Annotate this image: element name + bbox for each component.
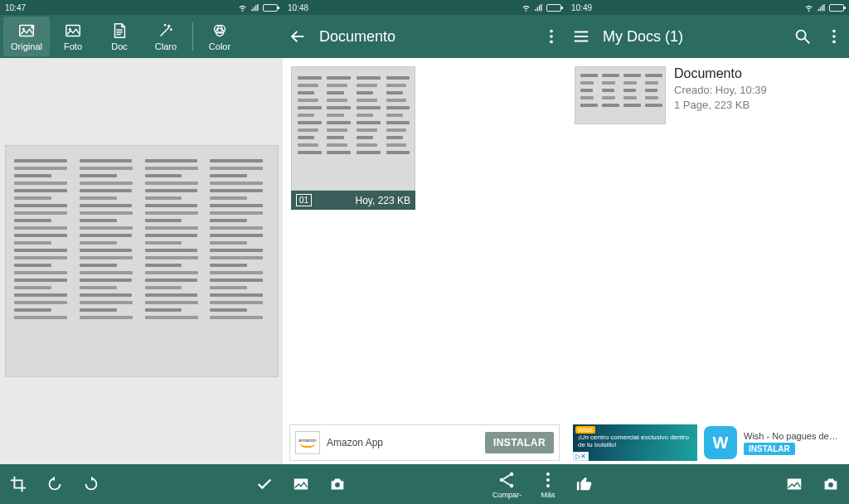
svg-point-16 [546, 478, 550, 482]
status-bar: 10:49 [566, 0, 849, 15]
svg-point-21 [832, 41, 836, 44]
search-button[interactable] [793, 27, 813, 46]
camera-button[interactable] [821, 474, 841, 494]
battery-icon [829, 4, 844, 12]
filter-original-label: Original [11, 41, 42, 51]
adchoices-icon[interactable]: ▷✕ [573, 452, 589, 461]
clock: 10:48 [288, 3, 308, 12]
overflow-button[interactable] [824, 27, 844, 46]
toolbar-separator [192, 22, 193, 51]
crop-button[interactable] [8, 474, 28, 494]
battery-icon [263, 4, 278, 12]
filter-toolbar: Original Foto Doc Claro Color [0, 15, 283, 58]
page-title: Documento [319, 28, 530, 46]
ad-banner[interactable]: amazon Amazon App INSTALAR [289, 424, 560, 461]
ad-title: Wish - No pagues de… [744, 431, 838, 441]
filter-foto[interactable]: Foto [50, 17, 96, 56]
gallery-button[interactable] [291, 474, 311, 494]
svg-rect-10 [294, 479, 308, 490]
svg-rect-0 [20, 26, 34, 36]
wish-logo-icon: W [704, 426, 737, 459]
svg-point-12 [510, 472, 513, 475]
svg-point-11 [335, 482, 340, 487]
share-label: Compar- [492, 491, 522, 499]
svg-point-23 [828, 482, 833, 487]
ad-brand-tag: Wish [575, 426, 595, 434]
svg-point-7 [550, 30, 553, 33]
back-button[interactable] [288, 27, 308, 46]
rotate-right-button[interactable] [81, 474, 101, 494]
ad-copy: ¡Un centro comercial exclusivo dentro de… [578, 434, 697, 449]
svg-point-13 [500, 477, 503, 481]
doc-size: 1 Page, 223 KB [674, 98, 767, 113]
page-index-badge: 01 [296, 194, 312, 206]
filter-doc-label: Doc [111, 41, 128, 51]
rotate-left-button[interactable] [45, 474, 65, 494]
library-bottombar [566, 464, 849, 504]
filter-foto-label: Foto [64, 41, 82, 51]
doc-thumbnail [575, 66, 666, 124]
thumbs-up-button[interactable] [575, 474, 594, 494]
svg-point-17 [546, 484, 550, 487]
edit-bottombar [0, 464, 283, 504]
filter-claro[interactable]: Claro [143, 17, 189, 56]
camera-button[interactable] [327, 474, 347, 494]
share-button[interactable]: Compar- [492, 470, 522, 499]
overflow-button[interactable] [541, 27, 561, 46]
filter-claro-label: Claro [155, 41, 177, 51]
doc-bottombar: Compar- Más [283, 464, 566, 504]
ad-title: Amazon App [327, 437, 383, 448]
signal-icon [817, 3, 826, 12]
signal-icon [250, 3, 260, 12]
svg-point-15 [546, 472, 550, 476]
menu-button[interactable] [571, 27, 591, 46]
wifi-icon [804, 3, 813, 12]
wifi-icon [522, 3, 531, 12]
svg-point-8 [550, 35, 553, 38]
ad-banner[interactable]: Wish ¡Un centro comercial exclusivo dent… [573, 424, 842, 461]
ad-image: Wish ¡Un centro comercial exclusivo dent… [573, 424, 697, 461]
status-bar: 10:47 [0, 0, 283, 15]
page-title: My Docs (1) [603, 28, 781, 46]
svg-point-18 [797, 31, 806, 40]
more-label: Más [541, 491, 555, 499]
more-button[interactable]: Más [538, 470, 558, 499]
filter-original[interactable]: Original [3, 17, 50, 56]
wifi-icon [238, 3, 247, 12]
docs-list[interactable]: Documento Creado: Hoy, 10:39 1 Page, 223… [566, 58, 849, 464]
page-thumbnail-image [291, 66, 415, 191]
ad-install-button[interactable]: INSTALAR [485, 432, 554, 453]
page-thumbnail[interactable]: 01 Hoy, 223 KB [291, 66, 415, 210]
doc-topbar: Documento [283, 15, 566, 58]
pages-grid[interactable]: 01 Hoy, 223 KB amazon Amazon App INSTALA… [283, 58, 566, 464]
doc-title: Documento [674, 66, 767, 81]
page-meta: Hoy, 223 KB [356, 195, 410, 206]
svg-point-9 [550, 41, 553, 44]
filter-color[interactable]: Color [196, 17, 243, 56]
clock: 10:49 [571, 3, 592, 12]
scanned-page-preview [5, 145, 279, 377]
preview-area[interactable] [0, 58, 283, 464]
svg-rect-2 [66, 26, 80, 36]
clock: 10:47 [5, 3, 26, 12]
gallery-button[interactable] [784, 474, 804, 494]
page-caption: 01 Hoy, 223 KB [291, 191, 415, 210]
svg-point-19 [832, 30, 836, 33]
filter-color-label: Color [209, 41, 230, 51]
svg-point-20 [832, 35, 836, 38]
status-bar: 10:48 [283, 0, 566, 15]
svg-point-14 [510, 483, 513, 487]
amazon-logo-icon: amazon [295, 431, 320, 454]
doc-created: Creado: Hoy, 10:39 [674, 83, 767, 98]
svg-rect-22 [788, 479, 802, 490]
confirm-button[interactable] [255, 474, 274, 494]
signal-icon [534, 3, 543, 12]
battery-icon [546, 4, 561, 12]
library-topbar: My Docs (1) [566, 15, 849, 58]
filter-doc[interactable]: Doc [96, 17, 143, 56]
doc-list-item[interactable]: Documento Creado: Hoy, 10:39 1 Page, 223… [566, 58, 849, 133]
ad-install-button[interactable]: INSTALAR [744, 443, 795, 455]
